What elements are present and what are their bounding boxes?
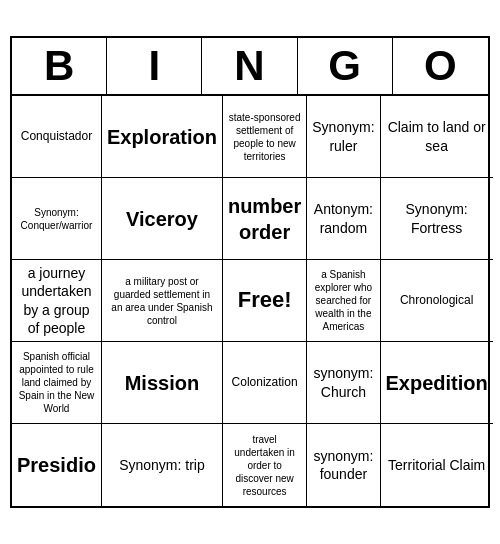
bingo-cell-20: Presidio: [12, 424, 102, 506]
bingo-cell-3: Synonym: ruler: [307, 96, 380, 178]
bingo-cell-8: Antonym: random: [307, 178, 380, 260]
bingo-grid: ConquistadorExplorationstate-sponsored s…: [12, 96, 488, 506]
bingo-cell-22: travel undertaken in order to discover n…: [223, 424, 307, 506]
bingo-cell-2: state-sponsored settlement of people to …: [223, 96, 307, 178]
header-o: O: [393, 38, 488, 94]
bingo-cell-12: Free!: [223, 260, 307, 342]
header-i: I: [107, 38, 202, 94]
bingo-cell-18: synonym: Church: [307, 342, 380, 424]
header-n: N: [202, 38, 297, 94]
bingo-cell-5: Synonym: Conquer/warrior: [12, 178, 102, 260]
bingo-card: B I N G O ConquistadorExplorationstate-s…: [10, 36, 490, 508]
bingo-cell-6: Viceroy: [102, 178, 223, 260]
header-g: G: [298, 38, 393, 94]
bingo-cell-14: Chronological: [381, 260, 493, 342]
bingo-cell-11: a military post or guarded settlement in…: [102, 260, 223, 342]
bingo-cell-10: a journey undertaken by a group of peopl…: [12, 260, 102, 342]
bingo-header: B I N G O: [12, 38, 488, 96]
bingo-cell-15: Spanish official appointed to rule land …: [12, 342, 102, 424]
bingo-cell-13: a Spanish explorer who searched for weal…: [307, 260, 380, 342]
header-b: B: [12, 38, 107, 94]
bingo-cell-23: synonym: founder: [307, 424, 380, 506]
bingo-cell-4: Claim to land or sea: [381, 96, 493, 178]
bingo-cell-21: Synonym: trip: [102, 424, 223, 506]
bingo-cell-24: Territorial Claim: [381, 424, 493, 506]
bingo-cell-0: Conquistador: [12, 96, 102, 178]
bingo-cell-9: Synonym: Fortress: [381, 178, 493, 260]
bingo-cell-7: number order: [223, 178, 307, 260]
bingo-cell-1: Exploration: [102, 96, 223, 178]
bingo-cell-16: Mission: [102, 342, 223, 424]
bingo-cell-17: Colonization: [223, 342, 307, 424]
bingo-cell-19: Expedition: [381, 342, 493, 424]
